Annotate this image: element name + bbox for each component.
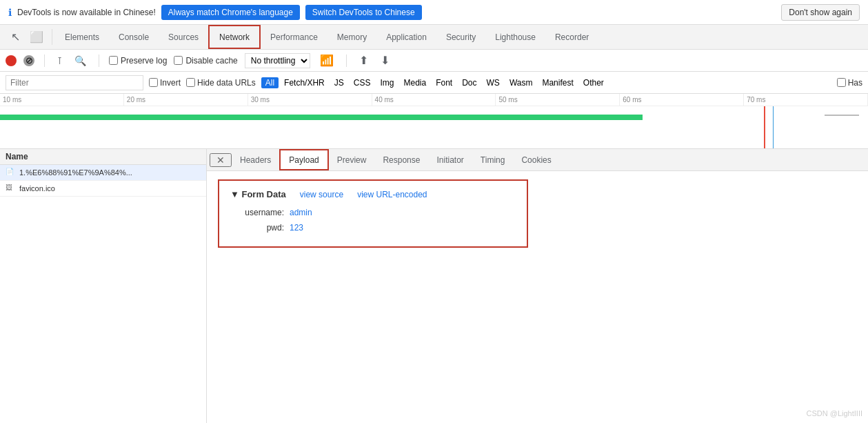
toolbar-icons: ↖ ⬜	[3, 29, 52, 45]
close-detail-button[interactable]: ✕	[210, 153, 232, 167]
invert-text: Invert	[160, 78, 181, 88]
search-icon[interactable]: 🔍	[72, 54, 89, 68]
detail-tab-cookies[interactable]: Cookies	[513, 149, 559, 170]
ruler-70ms: 70 ms	[744, 94, 868, 106]
timeline-red-line	[764, 106, 765, 149]
divider2	[99, 55, 99, 67]
ruler-60ms: 60 ms	[620, 94, 744, 106]
info-icon: ℹ	[8, 7, 12, 18]
form-data-row-username: username: admin	[230, 208, 516, 217]
network-item-name-0: 1.%E6%88%91%E7%9A%84%...	[19, 168, 132, 177]
form-data-section: ▼ Form Data view source view URL-encoded…	[218, 179, 528, 248]
disable-cache-checkbox[interactable]	[174, 56, 183, 65]
img-icon: 🖼	[6, 184, 15, 193]
switch-to-chinese-button[interactable]: Switch DevTools to Chinese	[305, 5, 422, 20]
cursor-icon[interactable]: ↖	[8, 29, 23, 45]
dont-show-button[interactable]: Don't show again	[781, 4, 860, 21]
has-filter: Has	[837, 78, 862, 88]
tab-console[interactable]: Console	[109, 25, 159, 49]
notification-bar: ℹ DevTools is now available in Chinese! …	[0, 0, 868, 25]
detail-tab-preview[interactable]: Preview	[329, 149, 375, 170]
export-icon[interactable]: ⬇	[378, 52, 392, 68]
has-text: Has	[848, 78, 862, 88]
preserve-log-checkbox[interactable]	[109, 56, 118, 65]
watermark: CSDN @LightIIII	[807, 409, 862, 417]
filter-type-buttons: All Fetch/XHR JS CSS Img Media Font Doc …	[261, 77, 608, 88]
filter-bar: Invert Hide data URLs All Fetch/XHR JS C…	[0, 72, 868, 94]
detail-tab-headers[interactable]: Headers	[232, 149, 279, 170]
tab-recorder[interactable]: Recorder	[545, 25, 598, 49]
form-data-val-username: admin	[290, 208, 312, 217]
divider	[44, 55, 45, 67]
view-url-encoded-link[interactable]: view URL-encoded	[357, 190, 427, 199]
doc-icon: 📄	[6, 168, 15, 177]
invert-checkbox[interactable]	[149, 78, 158, 87]
preserve-log-label[interactable]: Preserve log	[109, 56, 167, 66]
network-item-1[interactable]: 🖼 favicon.ico	[0, 181, 206, 197]
filter-type-manifest[interactable]: Manifest	[538, 77, 577, 88]
has-checkbox[interactable]	[837, 78, 846, 87]
detail-tab-response[interactable]: Response	[374, 149, 428, 170]
filter-type-img[interactable]: Img	[376, 77, 398, 88]
view-source-link[interactable]: view source	[300, 190, 343, 199]
form-data-row-pwd: pwd: 123	[230, 223, 516, 233]
always-match-button[interactable]: Always match Chrome's language	[161, 5, 300, 20]
filter-icon[interactable]: ⊺	[54, 54, 65, 68]
timeline-gray-line	[825, 115, 859, 116]
form-data-key-pwd: pwd:	[236, 223, 284, 233]
record-button[interactable]	[6, 55, 17, 66]
detail-tab-bar: ✕ Headers Payload Preview Response Initi…	[207, 149, 868, 171]
network-list-panel: Name 📄 1.%E6%88%91%E7%9A%84%... 🖼 favico…	[0, 149, 207, 423]
detail-tab-timing[interactable]: Timing	[472, 149, 514, 170]
filter-type-css[interactable]: CSS	[350, 77, 375, 88]
disable-cache-label[interactable]: Disable cache	[174, 56, 237, 66]
tab-memory[interactable]: Memory	[327, 25, 376, 49]
detail-tab-payload[interactable]: Payload	[279, 149, 328, 170]
tab-elements[interactable]: Elements	[55, 25, 109, 49]
timeline-bar-green	[0, 115, 643, 120]
form-data-val-pwd: 123	[290, 223, 303, 233]
form-data-title: ▼ Form Data	[230, 189, 286, 199]
filter-type-other[interactable]: Other	[579, 77, 608, 88]
network-options-bar: ⊘ ⊺ 🔍 Preserve log Disable cache No thro…	[0, 50, 868, 72]
network-item-0[interactable]: 📄 1.%E6%88%91%E7%9A%84%...	[0, 165, 206, 181]
timeline-blue-line	[773, 106, 774, 149]
disable-cache-text: Disable cache	[185, 56, 237, 66]
tab-application[interactable]: Application	[376, 25, 436, 49]
hide-data-urls-checkbox[interactable]	[186, 78, 195, 87]
filter-type-fetch-xhr[interactable]: Fetch/XHR	[280, 77, 329, 88]
wifi-icon[interactable]: 📶	[317, 52, 336, 68]
ruler-10ms: 10 ms	[0, 94, 124, 106]
filter-type-js[interactable]: JS	[330, 77, 348, 88]
filter-type-font[interactable]: Font	[432, 77, 456, 88]
ruler-20ms: 20 ms	[124, 94, 248, 106]
detail-tab-initiator[interactable]: Initiator	[428, 149, 472, 170]
ruler-40ms: 40 ms	[372, 94, 496, 106]
main-tab-nav: Elements Console Sources Network Perform…	[55, 25, 598, 49]
ruler-30ms: 30 ms	[248, 94, 372, 106]
filter-type-wasm[interactable]: Wasm	[505, 77, 537, 88]
throttle-select[interactable]: No throttling	[245, 53, 310, 68]
detail-panel: ✕ Headers Payload Preview Response Initi…	[207, 149, 868, 423]
clear-button[interactable]: ⊘	[23, 55, 34, 66]
tab-performance[interactable]: Performance	[261, 25, 327, 49]
filter-type-media[interactable]: Media	[399, 77, 430, 88]
device-toggle-icon[interactable]: ⬜	[27, 29, 46, 45]
tab-security[interactable]: Security	[436, 25, 485, 49]
main-area: Name 📄 1.%E6%88%91%E7%9A%84%... 🖼 favico…	[0, 149, 868, 423]
network-item-name-1: favicon.ico	[19, 184, 55, 193]
preserve-log-text: Preserve log	[121, 56, 167, 66]
hide-data-urls-label[interactable]: Hide data URLs	[186, 78, 256, 88]
tab-lighthouse[interactable]: Lighthouse	[485, 25, 545, 49]
invert-label[interactable]: Invert	[149, 78, 181, 88]
tab-network[interactable]: Network	[208, 25, 261, 49]
timeline-panel: 10 ms 20 ms 30 ms 40 ms 50 ms 60 ms 70 m…	[0, 94, 868, 149]
form-data-key-username: username:	[236, 208, 284, 217]
timeline-bars	[0, 106, 868, 149]
filter-type-doc[interactable]: Doc	[458, 77, 481, 88]
tab-sources[interactable]: Sources	[159, 25, 208, 49]
import-icon[interactable]: ⬆	[356, 52, 371, 68]
filter-input[interactable]	[6, 75, 143, 90]
filter-type-ws[interactable]: WS	[483, 77, 504, 88]
filter-type-all[interactable]: All	[261, 77, 279, 88]
